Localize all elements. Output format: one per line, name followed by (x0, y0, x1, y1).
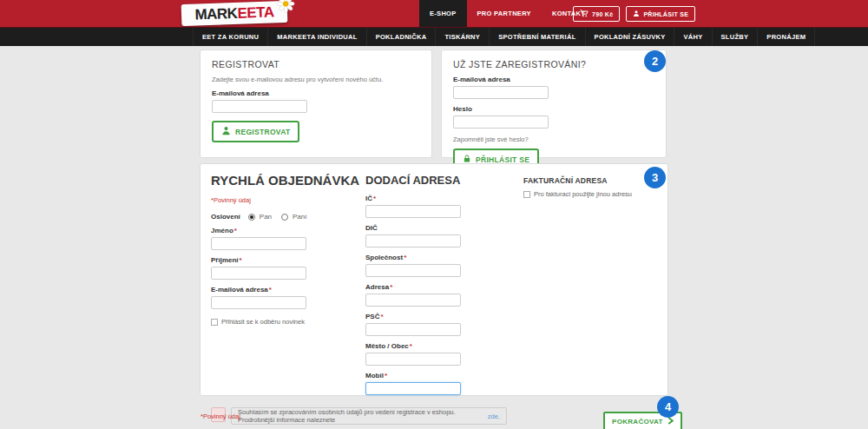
newsletter-label: Přihlásit se k odběru novinek (221, 318, 305, 326)
dic-label: DIČ (365, 224, 523, 232)
firstname-input[interactable] (211, 237, 306, 250)
register-email-input[interactable] (212, 100, 307, 113)
register-button[interactable]: REGISTROVAT (212, 121, 299, 142)
daisy-flower-icon (276, 0, 295, 17)
city-input[interactable] (365, 353, 461, 366)
billing-other-address-checkbox[interactable] (523, 191, 530, 198)
salutation-option-pani: Paní (293, 213, 306, 221)
logo-text-red: EETA (237, 3, 274, 22)
register-description: Zadejte svou e-mailovou adresu pro vytvo… (212, 76, 420, 83)
qo-email-label: E-mailová adresa* (211, 286, 365, 294)
top-menu-eshop[interactable]: E-SHOP (419, 0, 467, 27)
psc-input[interactable] (365, 323, 461, 336)
qo-email-input[interactable] (211, 296, 306, 309)
nav-item-pokladni-zasuvky[interactable]: POKLADNÍ ZÁSUVKY (585, 28, 674, 46)
nav-item-tiskarny[interactable]: TISKÁRNY (435, 28, 489, 46)
salutation-radio-pan[interactable] (248, 214, 255, 221)
nav-item-vahy[interactable]: VÁHY (674, 28, 711, 46)
register-email-label: E-mailová adresa (212, 89, 420, 97)
billing-checkbox-label: Pro fakturaci použijte jinou adresu (534, 190, 632, 198)
quick-order-panel: RYCHLÁ OBJEDNÁVKA *Povinný údaj Oslovení… (200, 163, 668, 396)
login-label: PŘIHLÁSIT SE (643, 11, 688, 17)
required-note-bottom: *Povinný údaj (201, 412, 240, 420)
mobile-label: Mobil* (365, 372, 523, 380)
register-title: REGISTROVAT (212, 59, 420, 69)
delivery-address-column: DODACÍ ADRESA IČ* DIČ Společnost* Adresa… (365, 171, 523, 395)
chevron-right-icon (667, 417, 674, 426)
login-email-label: E-mailová adresa (453, 76, 654, 83)
quick-order-title: RYCHLÁ OBJEDNÁVKA (211, 173, 365, 188)
company-label: Společnost* (365, 254, 523, 261)
salutation-option-pan: Pan (260, 213, 272, 221)
mobile-input[interactable] (365, 382, 461, 395)
top-menu: E-SHOP PRO PARTNERY KONTAKT (419, 0, 595, 27)
person-add-icon (221, 126, 231, 137)
nav-item-markeeta-individual[interactable]: MARKEETA INDIVIDUAL (267, 28, 365, 46)
required-note-top: *Povinný údaj (211, 196, 365, 204)
annotation-badge-4: 4 (657, 396, 679, 418)
annotation-badge-2: 2 (644, 50, 666, 72)
lastname-input[interactable] (211, 267, 306, 280)
consent-row: Souhlasím se zpracováním osobních údajů … (211, 407, 657, 425)
nav-item-eet-za-korunu[interactable]: EET ZA KORUNU (193, 28, 267, 46)
main-navigation: EET ZA KORUNU MARKEETA INDIVIDUAL POKLAD… (0, 27, 868, 46)
login-password-input[interactable] (453, 116, 549, 129)
dic-input[interactable] (365, 234, 461, 248)
address-label: Adresa* (365, 283, 523, 291)
login-button[interactable]: PŘIHLÁSIT SE (626, 6, 695, 22)
quick-order-column: RYCHLÁ OBJEDNÁVKA *Povinný údaj Oslovení… (211, 171, 365, 395)
lastname-label: Příjmení* (211, 256, 365, 264)
markeeta-logo[interactable]: MARKEETA (181, 1, 288, 26)
firstname-label: Jméno* (211, 227, 365, 234)
top-header: E-SHOP PRO PARTNERY KONTAKT 790 Kč PŘIHL… (0, 0, 868, 27)
login-email-input[interactable] (453, 86, 549, 99)
billing-address-column: FAKTURAČNÍ ADRESA Pro fakturaci použijte… (523, 171, 657, 395)
city-label: Město / Obec* (365, 342, 523, 350)
login-panel: UŽ JSTE ZAREGISTROVÁNI? E-mailová adresa… (441, 50, 667, 158)
billing-title: FAKTURAČNÍ ADRESA (523, 176, 657, 185)
ic-input[interactable] (365, 205, 461, 218)
nav-item-pronajem[interactable]: PRONÁJEM (757, 28, 815, 46)
top-menu-pro-partnery[interactable]: PRO PARTNERY (467, 0, 542, 27)
salutation-radio-pani[interactable] (281, 214, 288, 221)
forgot-password-link[interactable]: Zapomněli jste své heslo? (453, 135, 654, 143)
annotation-badge-3: 3 (644, 167, 666, 188)
newsletter-checkbox[interactable] (211, 319, 218, 326)
login-password-label: Heslo (453, 105, 654, 113)
cart-icon (580, 10, 589, 18)
consent-text: Souhlasím se zpracováním osobních údajů … (231, 407, 507, 425)
nav-item-sluzby[interactable]: SLUŽBY (712, 28, 758, 46)
cart-total: 790 Kč (592, 11, 613, 17)
delivery-title: DODACÍ ADRESA (365, 174, 523, 187)
cart-button[interactable]: 790 Kč (573, 6, 620, 22)
register-panel: REGISTROVAT Zadejte svou e-mailovou adre… (200, 50, 432, 158)
logo-text-dark: MARK (194, 4, 238, 23)
company-input[interactable] (365, 264, 461, 277)
person-icon (633, 10, 640, 18)
login-title: UŽ JSTE ZAREGISTROVÁNI? (453, 59, 654, 69)
salutation-label: Oslovení (211, 213, 240, 221)
ic-label: IČ* (365, 195, 523, 202)
nav-item-spotrebni-material[interactable]: SPOTŘEBNÍ MATERIÁL (489, 28, 584, 46)
consent-zde-link[interactable]: zde (488, 412, 498, 420)
nav-item-pokladnicka[interactable]: POKLADNIČKA (366, 28, 436, 46)
psc-label: PSČ* (365, 313, 523, 320)
address-input[interactable] (365, 294, 461, 307)
